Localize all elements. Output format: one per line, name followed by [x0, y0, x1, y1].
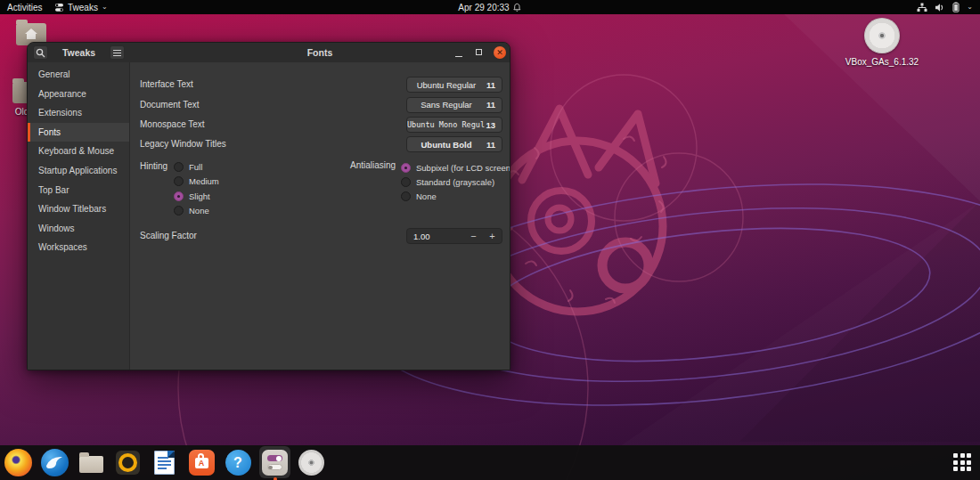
- legacy-font-name: Ubuntu Bold: [407, 140, 486, 150]
- radio-icon: [174, 206, 184, 216]
- scaling-factor-spinbutton[interactable]: 1.00 − +: [406, 228, 502, 244]
- notification-bell-icon: [513, 3, 522, 12]
- decrement-button[interactable]: −: [464, 229, 483, 243]
- sidebar-item-appearance[interactable]: Appearance: [28, 85, 129, 104]
- app-menu-button[interactable]: Tweaks ⌄: [54, 0, 108, 14]
- interface-text-label: Interface Text: [140, 79, 193, 89]
- document-text-label: Document Text: [140, 100, 200, 110]
- sidebar-item-workspaces[interactable]: Workspaces: [28, 238, 129, 257]
- document-font-button[interactable]: Sans Regular 11: [406, 97, 502, 113]
- minimize-button[interactable]: [453, 43, 465, 62]
- legacy-font-size: 11: [486, 140, 502, 150]
- system-status-area[interactable]: ⌄: [917, 0, 973, 14]
- running-indicator-dot: [274, 477, 277, 480]
- sidebar-item-extensions[interactable]: Extensions: [28, 103, 129, 123]
- rhythmbox-icon: [116, 451, 140, 475]
- sidebar-item-top-bar[interactable]: Top Bar: [28, 181, 129, 200]
- show-applications-button[interactable]: [951, 452, 973, 473]
- sidebar-item-windows[interactable]: Windows: [28, 219, 129, 239]
- primary-menu-button[interactable]: [110, 45, 125, 60]
- interface-font-button[interactable]: Ubuntu Regular 11: [406, 77, 502, 93]
- interface-font-size: 11: [486, 80, 502, 90]
- increment-button[interactable]: +: [483, 229, 502, 243]
- monospace-font-size: 13: [485, 120, 502, 130]
- antialiasing-none-radio[interactable]: None: [401, 190, 437, 202]
- sidebar-item-keyboard-mouse[interactable]: Keyboard & Mouse: [28, 142, 129, 161]
- hinting-slight-label: Slight: [189, 191, 210, 201]
- hinting-medium-label: Medium: [189, 176, 219, 186]
- sidebar-item-window-titlebars[interactable]: Window Titlebars: [28, 199, 129, 219]
- ubuntu-software-icon: A: [189, 450, 215, 476]
- dock-item-libreoffice-writer[interactable]: [150, 448, 179, 477]
- monospace-text-label: Monospace Text: [140, 119, 205, 129]
- hinting-none-label: None: [189, 206, 209, 216]
- document-font-size: 11: [486, 100, 502, 110]
- vbox-disc-desktop-icon[interactable]: VBox_GAs_6.1.32: [842, 18, 922, 67]
- antialiasing-subpixel-label: Subpixel (for LCD screens): [416, 163, 510, 173]
- dock: A ?: [0, 445, 980, 480]
- vbox-disc-label: VBox_GAs_6.1.32: [842, 57, 922, 67]
- radio-icon: [174, 162, 184, 172]
- hinting-slight-radio[interactable]: Slight: [174, 190, 210, 202]
- legacy-window-titles-label: Legacy Window Titles: [140, 139, 226, 149]
- firefox-icon: [4, 449, 32, 476]
- hinting-full-label: Full: [189, 162, 202, 172]
- dock-item-files[interactable]: [77, 448, 106, 477]
- dock-item-thunderbird[interactable]: [40, 448, 69, 477]
- house-glyph: [25, 28, 37, 39]
- sidebar-item-startup-applications[interactable]: Startup Applications: [28, 161, 129, 181]
- thunderbird-icon: [41, 449, 69, 476]
- clock-text: Apr 29 20:33: [458, 3, 509, 12]
- sidebar-item-fonts[interactable]: Fonts: [28, 123, 129, 142]
- antialiasing-subpixel-radio[interactable]: Subpixel (for LCD screens): [401, 161, 510, 174]
- maximize-icon: [476, 49, 482, 55]
- interface-font-name: Ubuntu Regular: [407, 80, 486, 90]
- scaling-factor-label: Scaling Factor: [140, 231, 197, 240]
- close-icon: ✕: [496, 49, 503, 57]
- dock-item-firefox[interactable]: [4, 448, 33, 477]
- antialiasing-none-label: None: [416, 191, 437, 201]
- help-icon: ?: [225, 450, 251, 476]
- monospace-font-name: Ubuntu Mono Regular: [407, 120, 485, 129]
- hinting-none-radio[interactable]: None: [174, 205, 209, 217]
- close-button[interactable]: ✕: [494, 46, 506, 59]
- fonts-panel: Interface Text Ubuntu Regular 11 Documen…: [130, 62, 510, 370]
- cd-disc-icon: [864, 18, 900, 53]
- scaling-factor-value: 1.00: [407, 232, 464, 241]
- document-font-name: Sans Regular: [407, 100, 486, 110]
- activities-label: Activities: [7, 3, 42, 12]
- window-titlebar[interactable]: Tweaks Fonts ✕: [28, 43, 510, 63]
- chevron-down-icon: ⌄: [102, 3, 108, 11]
- monospace-font-button[interactable]: Ubuntu Mono Regular 13: [406, 117, 502, 133]
- legacy-titles-font-button[interactable]: Ubuntu Bold 11: [406, 136, 502, 152]
- antialiasing-standard-radio[interactable]: Standard (grayscale): [401, 175, 494, 188]
- tweaks-mini-icon: [54, 3, 64, 12]
- files-folder-icon: [79, 456, 103, 473]
- antialiasing-label: Antialiasing: [350, 160, 396, 170]
- maximize-button[interactable]: [473, 43, 486, 62]
- dock-item-disc[interactable]: [297, 448, 326, 477]
- radio-selected-icon: [174, 191, 184, 201]
- battery-icon: [952, 2, 960, 12]
- network-icon: [917, 3, 927, 12]
- chevron-down-icon: ⌄: [967, 3, 973, 11]
- dock-item-ubuntu-software[interactable]: A: [187, 448, 216, 477]
- app-menu-label: Tweaks: [68, 3, 98, 12]
- dock-item-help[interactable]: ?: [224, 448, 253, 477]
- sidebar-item-general[interactable]: General: [28, 65, 129, 85]
- clock-button[interactable]: Apr 29 20:33: [458, 0, 521, 14]
- top-bar: Activities Tweaks ⌄ Apr 29 20:33: [0, 0, 980, 14]
- activities-button[interactable]: Activities: [7, 0, 42, 14]
- radio-icon: [401, 177, 411, 187]
- hinting-full-radio[interactable]: Full: [174, 160, 202, 173]
- tweaks-icon: [262, 450, 288, 476]
- radio-icon: [174, 176, 184, 186]
- volume-icon: [935, 3, 945, 12]
- hinting-medium-radio[interactable]: Medium: [174, 175, 219, 188]
- cd-disc-icon: [298, 450, 324, 476]
- dock-item-tweaks[interactable]: [260, 448, 290, 477]
- sidebar: General Appearance Extensions Fonts Keyb…: [28, 62, 130, 370]
- dock-item-rhythmbox[interactable]: [113, 448, 143, 477]
- hinting-label: Hinting: [140, 161, 167, 171]
- libreoffice-writer-icon: [154, 451, 175, 475]
